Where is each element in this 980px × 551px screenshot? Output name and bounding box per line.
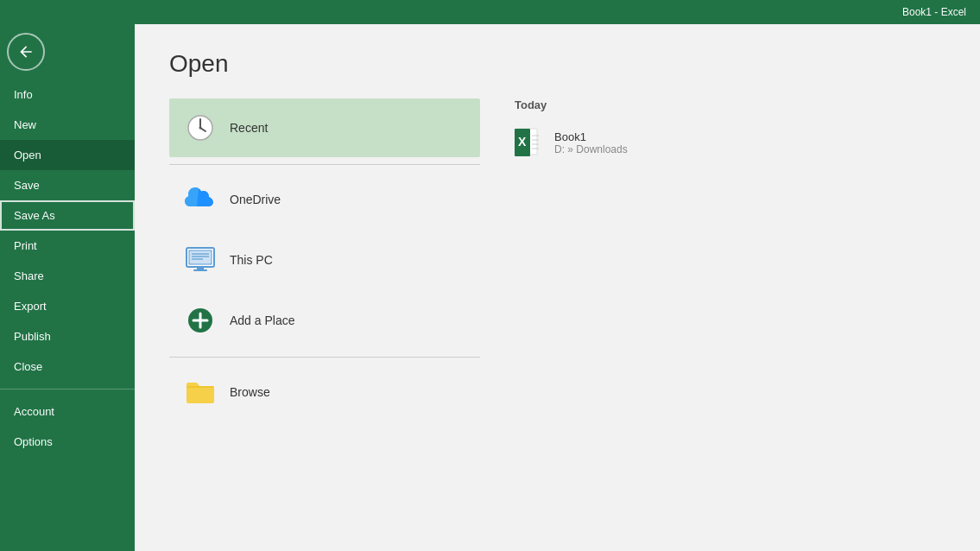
location-label-onedrive: OneDrive bbox=[230, 193, 281, 206]
main-layout: Info New Open Save Save As Print bbox=[0, 24, 980, 551]
back-arrow-icon bbox=[17, 43, 35, 60]
onedrive-icon bbox=[183, 182, 218, 217]
content-row: Recent OneDrive bbox=[169, 98, 945, 525]
svg-point-3 bbox=[199, 127, 202, 130]
excel-file-icon: X bbox=[515, 127, 546, 158]
sidebar-item-info[interactable]: Info bbox=[0, 79, 135, 110]
sidebar-item-options[interactable]: Options bbox=[0, 427, 135, 457]
clock-icon bbox=[183, 111, 218, 145]
recent-section-title: Today bbox=[515, 98, 945, 111]
recent-panel: Today X bbox=[515, 98, 945, 525]
sidebar-item-new[interactable]: New bbox=[0, 110, 135, 140]
location-list: Recent OneDrive bbox=[169, 98, 480, 525]
back-button[interactable] bbox=[7, 33, 45, 71]
content-area: Open Recent bbox=[135, 24, 980, 551]
file-name-book1: Book1 bbox=[554, 130, 628, 143]
location-separator-1 bbox=[169, 164, 480, 165]
add-place-icon bbox=[183, 303, 218, 338]
location-label-this-pc: This PC bbox=[230, 253, 273, 267]
file-info-book1: Book1 D: » Downloads bbox=[554, 130, 628, 155]
sidebar-item-publish[interactable]: Publish bbox=[0, 321, 135, 352]
title-bar-text: Book1 - Excel bbox=[902, 6, 966, 18]
location-item-onedrive[interactable]: OneDrive bbox=[169, 170, 480, 229]
svg-rect-5 bbox=[189, 250, 212, 264]
file-item-book1[interactable]: X Book1 D: » Downloads bbox=[515, 122, 945, 163]
title-bar: Book1 - Excel bbox=[0, 0, 980, 24]
svg-text:X: X bbox=[518, 135, 527, 149]
sidebar-bottom: Account Options bbox=[0, 396, 135, 466]
sidebar-item-account[interactable]: Account bbox=[0, 396, 135, 427]
browse-folder-icon bbox=[183, 375, 218, 409]
sidebar-item-close[interactable]: Close bbox=[0, 352, 135, 382]
file-path-book1: D: » Downloads bbox=[554, 143, 628, 155]
location-item-add-place[interactable]: Add a Place bbox=[169, 291, 480, 350]
sidebar-item-open[interactable]: Open bbox=[0, 140, 135, 170]
location-label-add-place: Add a Place bbox=[230, 314, 295, 327]
sidebar-item-print[interactable]: Print bbox=[0, 231, 135, 261]
svg-rect-8 bbox=[193, 269, 207, 271]
pc-icon bbox=[183, 243, 218, 277]
sidebar-item-save[interactable]: Save bbox=[0, 170, 135, 200]
sidebar: Info New Open Save Save As Print bbox=[0, 24, 135, 551]
sidebar-item-share[interactable]: Share bbox=[0, 261, 135, 291]
location-item-browse[interactable]: Browse bbox=[169, 363, 480, 421]
location-separator-2 bbox=[169, 357, 480, 358]
sidebar-item-export[interactable]: Export bbox=[0, 291, 135, 321]
page-title: Open bbox=[169, 50, 945, 78]
location-label-browse: Browse bbox=[230, 385, 270, 399]
sidebar-divider bbox=[0, 389, 135, 390]
location-item-recent[interactable]: Recent bbox=[169, 98, 480, 157]
svg-rect-7 bbox=[197, 267, 204, 269]
location-item-this-pc[interactable]: This PC bbox=[169, 231, 480, 289]
sidebar-navigation: Info New Open Save Save As Print bbox=[0, 79, 135, 551]
sidebar-item-save-as[interactable]: Save As bbox=[0, 200, 135, 231]
location-label-recent: Recent bbox=[230, 121, 268, 135]
